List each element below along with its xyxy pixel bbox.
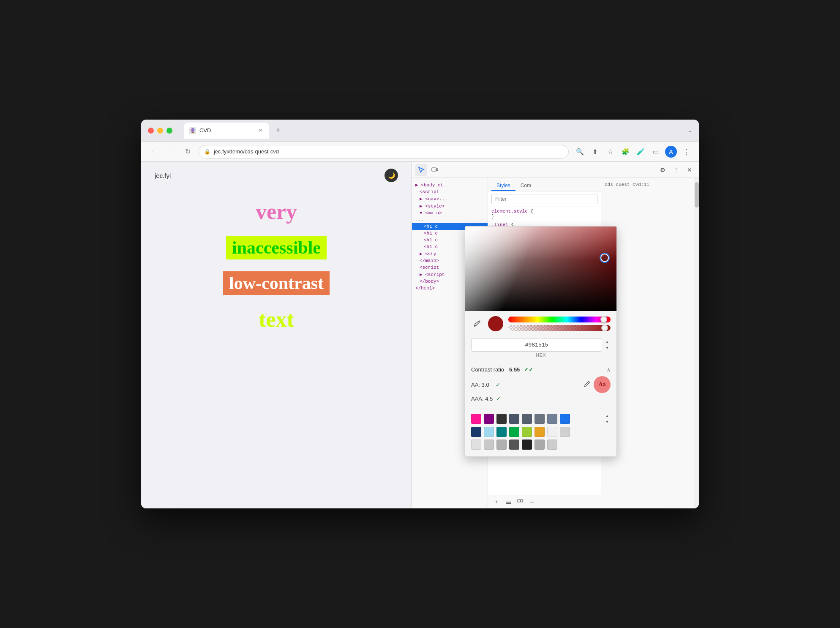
contrast-header: Contrast ratio 5.55 ✓✓ ∧ <box>471 366 611 373</box>
swatch[interactable] <box>535 414 545 424</box>
reload-button[interactable]: ↻ <box>182 146 194 158</box>
scrollbar-thumb[interactable] <box>695 182 699 208</box>
dom-line[interactable]: ▶ <style> <box>412 202 488 210</box>
computed-tab[interactable]: Com <box>515 181 536 191</box>
toggle-button[interactable]: ↔ <box>527 497 537 507</box>
labs-button[interactable]: 🧪 <box>635 146 646 158</box>
styles-tab[interactable]: Styles <box>491 181 515 191</box>
dom-line[interactable]: ▶ <body ct <box>412 181 488 188</box>
swatch[interactable] <box>535 440 545 450</box>
contrast-collapse-button[interactable]: ∧ <box>607 367 611 373</box>
color-preview <box>488 316 503 331</box>
swatch[interactable] <box>547 414 557 424</box>
new-tab-button[interactable]: + <box>272 125 284 137</box>
add-rule-button[interactable]: + <box>491 497 502 507</box>
swatch[interactable] <box>522 440 532 450</box>
swatches-section: ▲ ▼ <box>465 409 616 456</box>
forward-button[interactable]: → <box>165 146 177 158</box>
contrast-double-check: ✓✓ <box>524 366 533 373</box>
color-controls <box>465 311 616 336</box>
swatch[interactable] <box>547 427 557 437</box>
eyedropper-button[interactable] <box>471 318 483 330</box>
devtools-scrollbar[interactable] <box>694 178 699 508</box>
swatch[interactable] <box>547 440 557 450</box>
bottom-toolbar: + ↔ <box>488 495 601 508</box>
sidebar-button[interactable]: ▭ <box>650 146 662 158</box>
style-selector: element.style { <box>491 209 597 214</box>
close-window-button[interactable] <box>148 128 154 134</box>
dom-line[interactable]: ▶ <nav>... <box>412 195 488 202</box>
maximize-window-button[interactable] <box>166 128 172 134</box>
back-button[interactable]: ← <box>148 146 160 158</box>
extensions-button[interactable]: 🧩 <box>619 146 631 158</box>
swatch[interactable] <box>484 414 494 424</box>
bookmark-button[interactable]: ☆ <box>604 146 616 158</box>
close-devtools-button[interactable]: ✕ <box>684 164 695 176</box>
browser-tab[interactable]: 🔮 CVD ✕ <box>184 123 269 139</box>
word-text: text <box>259 307 294 332</box>
minimize-window-button[interactable] <box>157 128 163 134</box>
swatch[interactable] <box>522 414 532 424</box>
alpha-gradient <box>508 325 611 331</box>
swatch[interactable] <box>509 440 519 450</box>
color-sliders <box>508 317 611 331</box>
svg-rect-1 <box>436 169 438 171</box>
swatch[interactable] <box>509 427 519 437</box>
url-bar[interactable]: 🔒 jec.fyi/demo/cds-quest-cvd <box>199 145 569 158</box>
swatches-down-arrow[interactable]: ▼ <box>604 419 611 424</box>
device-toggle-button[interactable] <box>429 164 441 176</box>
dom-line[interactable]: ▼ <main> <box>412 210 488 216</box>
webpage-words: very inaccessible low-contrast text <box>141 189 412 342</box>
swatch-row-3 <box>471 440 611 450</box>
swatches-scroll-arrows: ▲ ▼ <box>604 413 611 424</box>
hex-up-arrow[interactable]: ▲ <box>604 339 611 344</box>
tab-close-button[interactable]: ✕ <box>257 127 264 134</box>
hex-down-arrow[interactable]: ▼ <box>604 345 611 350</box>
alpha-slider[interactable] <box>508 325 611 331</box>
swatch[interactable] <box>471 414 481 424</box>
tab-more-button[interactable]: ⌄ <box>687 127 692 134</box>
search-button[interactable]: 🔍 <box>574 146 586 158</box>
contrast-value-row: Contrast ratio 5.55 ✓✓ <box>471 366 533 373</box>
swatch[interactable] <box>522 427 532 437</box>
devtools-toolbar: ⚙ ⋮ ✕ <box>412 162 699 178</box>
title-bar: 🔮 CVD ✕ + ⌄ <box>141 120 699 142</box>
share-button[interactable]: ⬆ <box>589 146 601 158</box>
swatch[interactable] <box>509 414 519 424</box>
swatch[interactable] <box>496 414 507 424</box>
swatch[interactable] <box>560 427 570 437</box>
swatch[interactable] <box>471 440 481 450</box>
swatch[interactable] <box>560 414 570 424</box>
layout-button[interactable] <box>515 497 525 507</box>
swatch[interactable] <box>484 427 494 437</box>
color-cursor[interactable] <box>600 254 609 262</box>
element-picker-button[interactable] <box>415 164 427 176</box>
color-picker-popup: ▲ ▼ HEX Contrast ratio 5.55 ✓✓ ∧ <box>465 226 617 457</box>
hex-input[interactable] <box>471 338 602 352</box>
mac-window: 🔮 CVD ✕ + ⌄ ← → ↻ 🔒 jec.fyi/demo/cds-que… <box>141 120 699 508</box>
hue-thumb[interactable] <box>600 316 607 323</box>
svg-rect-2 <box>506 503 511 504</box>
tab-favicon: 🔮 <box>189 127 196 134</box>
add-style-button[interactable] <box>503 497 513 507</box>
source-link[interactable]: cds-quest-cvd:11 <box>605 181 690 188</box>
style-close-brace: } <box>491 214 597 219</box>
menu-button[interactable]: ⋮ <box>680 146 692 158</box>
contrast-eyedropper[interactable] <box>584 381 590 389</box>
swatch[interactable] <box>496 427 507 437</box>
alpha-thumb[interactable] <box>601 325 608 331</box>
swatch[interactable] <box>484 440 494 450</box>
profile-button[interactable]: A <box>665 146 677 158</box>
settings-button[interactable]: ⚙ <box>657 164 668 176</box>
dom-line[interactable]: <script <box>412 188 488 195</box>
hue-slider[interactable] <box>508 317 611 322</box>
swatch[interactable] <box>471 427 481 437</box>
more-options-button[interactable]: ⋮ <box>670 164 682 176</box>
swatch[interactable] <box>535 427 545 437</box>
color-gradient[interactable] <box>465 227 616 311</box>
dark-mode-button[interactable]: 🌙 <box>385 169 398 182</box>
webpage: jec.fyi 🌙 very inaccessible low-contrast… <box>141 162 412 508</box>
swatches-up-arrow[interactable]: ▲ <box>604 413 611 418</box>
swatch[interactable] <box>496 440 507 450</box>
filter-input[interactable] <box>491 194 597 204</box>
